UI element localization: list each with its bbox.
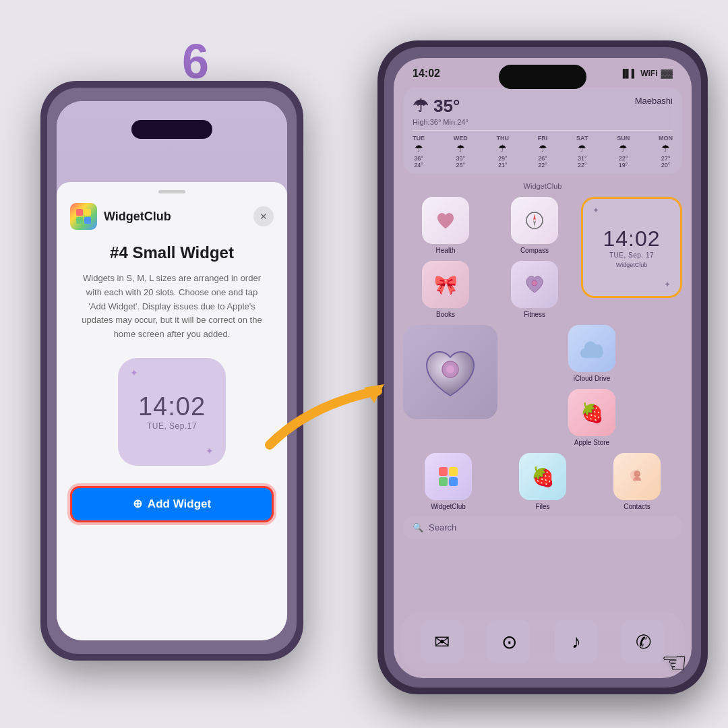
status-bar: 14:02 ▐▌▌ WiFi ▓▓ <box>394 58 692 82</box>
search-icon: 🔍 <box>413 522 423 533</box>
sheet-title: #4 Small Widget <box>110 243 234 262</box>
battery-icon: ▓▓ <box>661 69 673 78</box>
sheet-header: WidgetClub ✕ <box>70 203 274 230</box>
compass-icon <box>511 197 558 244</box>
sparkle-icon-br: ✦ <box>206 446 214 456</box>
locket-icon <box>403 325 497 419</box>
app-item-fitness[interactable]: Fitness <box>492 261 577 318</box>
clock-widget-time: 14:02 <box>603 226 660 251</box>
app-row-2: iCloud Drive 🍓 Apple Store <box>403 325 682 446</box>
weather-forecast: TUE ☂ 36°24° WED ☂ 35°25° THU ☂ 29°2 <box>413 130 673 169</box>
app-item-apple-store[interactable]: 🍓 Apple Store <box>502 389 682 446</box>
sheet-handle <box>158 190 185 193</box>
health-app-label: Health <box>436 247 456 254</box>
weather-city: Maebashi <box>635 96 673 106</box>
dynamic-island <box>499 65 586 89</box>
wifi-icon: WiFi <box>640 69 657 78</box>
weather-minmax: High:36° Min:24° <box>413 118 468 126</box>
add-widget-label: Add Widget <box>148 497 211 511</box>
clock-widget-label: WidgetClub <box>616 262 648 268</box>
app-col-right: iCloud Drive 🍓 Apple Store <box>502 325 682 446</box>
sparkle-icon-tl: ✦ <box>130 367 138 378</box>
icloud-app-label: iCloud Drive <box>574 375 610 382</box>
forecast-thu: THU ☂ 29°21° <box>497 135 510 169</box>
forecast-sun: SUN ☂ 22°19° <box>617 135 630 169</box>
sheet-app-name: WidgetClub <box>104 210 171 224</box>
svg-marker-2 <box>533 214 536 220</box>
widget-preview-time: 14:02 <box>138 392 206 421</box>
icloud-icon <box>568 325 615 372</box>
sheet-app-info: WidgetClub <box>70 203 171 230</box>
app-item-compass[interactable]: Compass <box>492 197 577 254</box>
clock-widget-date: TUE, Sep. 17 <box>609 251 654 259</box>
home-screen: ☂ 35° High:36° Min:24° Maebashi TUE ☂ 36… <box>394 82 692 612</box>
widgetclub-weather-label: WidgetClub <box>403 182 682 190</box>
sheet-description: Widgets in S, M, L sizes are arranged in… <box>70 272 274 342</box>
forecast-wed: WED ☂ 35°25° <box>454 135 468 169</box>
apple-store-app-label: Apple Store <box>574 439 609 446</box>
left-phone: WidgetClub ✕ #4 Small Widget Widgets in … <box>40 81 303 661</box>
app-item-widgetclub2[interactable]: WidgetClub <box>403 453 493 510</box>
forecast-mon: MON ☂ 27°20° <box>659 135 673 169</box>
app-item-books[interactable]: 🎀 Books <box>403 261 488 318</box>
widgetclub2-label: WidgetClub <box>431 503 466 510</box>
search-bar[interactable]: 🔍 Search <box>403 516 682 539</box>
search-text: Search <box>429 522 456 533</box>
add-widget-button[interactable]: ⊕ Add Widget <box>70 486 274 522</box>
status-icons: ▐▌▌ WiFi ▓▓ <box>620 69 673 78</box>
svg-marker-3 <box>533 220 536 227</box>
app-item-files[interactable]: 🍓 Files <box>497 453 588 510</box>
clock-widget-highlighted: ✦ 14:02 TUE, Sep. 17 ✦ WidgetClub <box>581 197 682 298</box>
compass-app-label: Compass <box>520 247 549 254</box>
hand-cursor-icon: ☞ <box>216 645 688 679</box>
app-row-3: WidgetClub 🍓 Files <box>403 453 682 510</box>
widget-preview: ✦ 14:02 TUE, Sep.17 ✦ <box>118 358 226 466</box>
files-app-label: Files <box>535 503 549 510</box>
right-phone: 14:02 ▐▌▌ WiFi ▓▓ ☂ 35° <box>377 40 708 694</box>
widget-preview-date: TUE, Sep.17 <box>147 421 197 431</box>
widgetclub2-icon <box>425 453 472 500</box>
weather-umbrella-icon: ☂ <box>413 96 428 117</box>
books-icon: 🎀 <box>422 261 469 308</box>
weather-widget: ☂ 35° High:36° Min:24° Maebashi TUE ☂ 36… <box>403 88 682 174</box>
fitness-app-label: Fitness <box>524 311 545 318</box>
sheet-close-button[interactable]: ✕ <box>253 206 274 226</box>
forecast-sat: SAT ☂ 31°22° <box>576 135 588 169</box>
app-col-left: Health Compass <box>403 197 577 318</box>
app-row-1: Health Compass <box>403 197 682 318</box>
forecast-fri: FRI ☂ 26°22° <box>538 135 548 169</box>
status-time: 14:02 <box>413 67 440 80</box>
add-icon: ⊕ <box>133 497 142 511</box>
contacts-app-label: Contacts <box>624 503 650 510</box>
clock-sparkle-br: ✦ <box>664 280 671 289</box>
app-item-contacts[interactable]: Contacts <box>592 453 682 510</box>
books-app-label: Books <box>436 311 455 318</box>
apple-store-icon: 🍓 <box>568 389 615 436</box>
sheet-app-icon <box>70 203 97 230</box>
app-item-locket[interactable] <box>403 325 497 419</box>
app-item-health[interactable]: Health <box>403 197 488 254</box>
health-icon <box>422 197 469 244</box>
fitness-icon <box>511 261 558 308</box>
widget-sheet: WidgetClub ✕ #4 Small Widget Widgets in … <box>57 182 287 640</box>
svg-point-4 <box>532 280 537 286</box>
contacts-icon <box>613 453 661 500</box>
svg-point-6 <box>446 365 454 373</box>
files-icon: 🍓 <box>519 453 566 500</box>
signal-icon: ▐▌▌ <box>620 69 638 78</box>
weather-temp-value: 35° <box>433 96 460 117</box>
forecast-tue: TUE ☂ 36°24° <box>413 135 425 169</box>
clock-sparkle-tl: ✦ <box>593 206 599 215</box>
app-item-icloud[interactable]: iCloud Drive <box>502 325 682 382</box>
left-phone-notch <box>131 120 212 139</box>
